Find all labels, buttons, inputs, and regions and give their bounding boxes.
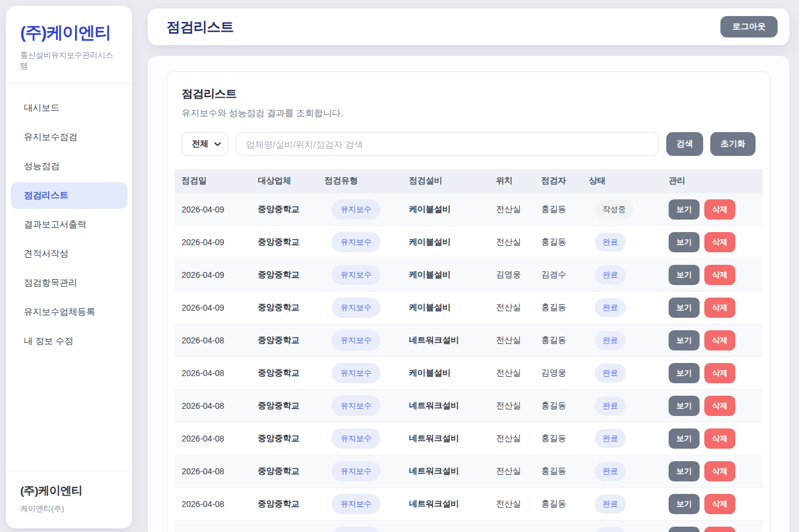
row-actions: 보기 삭제 xyxy=(669,199,756,220)
cell-date: 2026-04-08 xyxy=(174,488,251,521)
cell-date: 2026-04-08 xyxy=(174,390,251,423)
view-button[interactable]: 보기 xyxy=(669,330,700,351)
cell-manage: 보기 삭제 xyxy=(661,390,763,423)
cell-company: 중앙중학교 xyxy=(251,226,317,259)
cell-inspector: 홍길동 xyxy=(534,455,582,488)
cell-location: 전산실 xyxy=(489,423,534,455)
row-actions: 보기 삭제 xyxy=(669,232,756,252)
cell-inspector: 홍길동 xyxy=(534,292,582,324)
cell-type: 유지보수 xyxy=(317,324,402,357)
filter-type-select[interactable]: 전체 xyxy=(182,132,229,156)
logout-button[interactable]: 로그아웃 xyxy=(720,16,778,37)
card-subtitle: 유지보수와 성능점검 결과를 조회합니다. xyxy=(182,108,756,119)
delete-button[interactable]: 삭제 xyxy=(704,363,735,383)
view-button[interactable]: 보기 xyxy=(669,298,700,318)
cell-company: 중앙중학교 xyxy=(251,357,317,390)
cell-location: 전산실 xyxy=(489,390,534,423)
delete-button[interactable]: 삭제 xyxy=(704,428,735,449)
sidebar-nav-item[interactable]: 내 정보 수정 xyxy=(11,328,127,355)
cell-date: 2026-04-08 xyxy=(174,357,251,390)
table-row: 2026-04-08 중앙중학교 유지보수 네트워크설비 전산실 홍길동 완료 xyxy=(174,390,763,423)
cell-company: 중앙중학교 xyxy=(251,324,317,357)
table-row: 2026-04-08 중앙중학교 유지보수 네트워크설비 전산실 홍길동 완료 xyxy=(174,488,763,521)
cell-equipment: 네트워크설비 xyxy=(402,488,489,521)
cell-manage: 보기 삭제 xyxy=(661,488,763,521)
search-button[interactable]: 검색 xyxy=(666,132,703,156)
cell-inspector: 김경수 xyxy=(534,259,582,292)
sidebar-nav-item[interactable]: 유지보수업체등록 xyxy=(11,299,127,326)
sidebar-nav-item[interactable]: 대시보드 xyxy=(11,95,127,121)
view-button[interactable]: 보기 xyxy=(669,428,700,449)
cell-date: 2026-04-08 xyxy=(174,423,251,455)
view-button[interactable]: 보기 xyxy=(669,199,700,220)
main-panel: 점검리스트 유지보수와 성능점검 결과를 조회합니다. 전체 검색 초기화 xyxy=(148,56,789,532)
sidebar-nav-item[interactable]: 유지보수점검 xyxy=(11,124,127,151)
delete-button[interactable]: 삭제 xyxy=(704,494,735,514)
cell-date: 2026-04-09 xyxy=(174,193,251,226)
delete-button[interactable]: 삭제 xyxy=(704,298,735,318)
sidebar-nav-item[interactable]: 견적서작성 xyxy=(11,240,127,267)
table-column-header: 상태 xyxy=(582,169,661,193)
page-title: 점검리스트 xyxy=(167,18,234,36)
table-row: 2026-04-09 중앙중학교 유지보수 케이블설비 전산실 홍길동 완료 xyxy=(174,226,763,259)
cell-date: 2026-04-08 xyxy=(174,521,251,532)
row-actions: 보기 삭제 xyxy=(669,298,756,318)
status-badge: 완료 xyxy=(595,429,626,448)
type-badge: 유지보수 xyxy=(332,298,380,318)
status-badge: 완료 xyxy=(595,298,626,317)
delete-button[interactable]: 삭제 xyxy=(704,461,735,481)
delete-button[interactable]: 삭제 xyxy=(704,199,735,220)
row-actions: 보기 삭제 xyxy=(669,265,756,285)
status-badge: 작성중 xyxy=(595,200,633,219)
sidebar-nav-item[interactable]: 점검항목관리 xyxy=(11,270,127,296)
cell-type: 유지보수 xyxy=(317,193,402,226)
cell-status: 완료 xyxy=(582,423,661,455)
delete-button[interactable]: 삭제 xyxy=(704,232,735,252)
reset-button[interactable]: 초기화 xyxy=(710,132,756,156)
cell-status: 완료 xyxy=(582,488,661,521)
cell-type: 유지보수 xyxy=(317,488,402,521)
view-button[interactable]: 보기 xyxy=(669,494,700,514)
view-button[interactable]: 보기 xyxy=(669,265,700,285)
status-badge: 완료 xyxy=(595,265,626,284)
sidebar-nav-item[interactable]: 점검리스트 xyxy=(11,182,127,209)
cell-type: 유지보수 xyxy=(317,259,402,292)
table-row: 2026-04-09 중앙중학교 유지보수 케이블설비 전산실 홍길동 완료 xyxy=(174,292,763,324)
cell-status: 완료 xyxy=(582,390,661,423)
type-badge: 유지보수 xyxy=(332,232,380,252)
delete-button[interactable]: 삭제 xyxy=(704,330,735,351)
table-row: 2026-04-09 중앙중학교 유지보수 케이블설비 전산실 홍길동 작성중 xyxy=(174,193,763,226)
type-badge: 유지보수 xyxy=(332,461,380,481)
view-button[interactable]: 보기 xyxy=(669,527,700,532)
type-badge: 유지보수 xyxy=(332,330,380,351)
view-button[interactable]: 보기 xyxy=(669,363,700,383)
sidebar-footer: (주)케이엔티 케이엔티(주) xyxy=(6,471,132,528)
footer-company-subname: 케이엔티(주) xyxy=(20,503,118,514)
cell-manage: 보기 삭제 xyxy=(661,423,763,455)
cell-company: 중앙중학교 xyxy=(251,259,317,292)
row-actions: 보기 삭제 xyxy=(669,461,756,481)
cell-equipment: 케이블설비 xyxy=(402,292,489,324)
cell-inspector: 홍길동 xyxy=(534,226,582,259)
type-badge: 유지보수 xyxy=(332,363,380,383)
view-button[interactable]: 보기 xyxy=(669,396,700,416)
cell-location: 전산실 xyxy=(489,488,534,521)
delete-button[interactable]: 삭제 xyxy=(704,396,735,416)
delete-button[interactable]: 삭제 xyxy=(704,265,735,285)
cell-equipment: 네트워크설비 xyxy=(402,423,489,455)
cell-inspector: 홍길동 xyxy=(534,324,582,357)
search-input[interactable] xyxy=(236,132,659,156)
cell-company: 중앙중학교 xyxy=(251,423,317,455)
view-button[interactable]: 보기 xyxy=(669,461,700,481)
table-row: 2026-04-08 중앙중학교 유지보수 네트워크설비 전산실 홍길동 완료 xyxy=(174,521,763,532)
cell-date: 2026-04-09 xyxy=(174,259,251,292)
type-badge: 유지보수 xyxy=(332,527,380,532)
row-actions: 보기 삭제 xyxy=(669,330,756,351)
delete-button[interactable]: 삭제 xyxy=(704,527,735,532)
sidebar-nav-item[interactable]: 성능점검 xyxy=(11,153,127,180)
cell-status: 완료 xyxy=(582,324,661,357)
type-badge: 유지보수 xyxy=(332,396,380,416)
table-row: 2026-04-09 중앙중학교 유지보수 케이블설비 김영웅 김경수 완료 xyxy=(174,259,763,292)
sidebar-nav-item[interactable]: 결과보고서출력 xyxy=(11,211,127,238)
view-button[interactable]: 보기 xyxy=(669,232,700,252)
